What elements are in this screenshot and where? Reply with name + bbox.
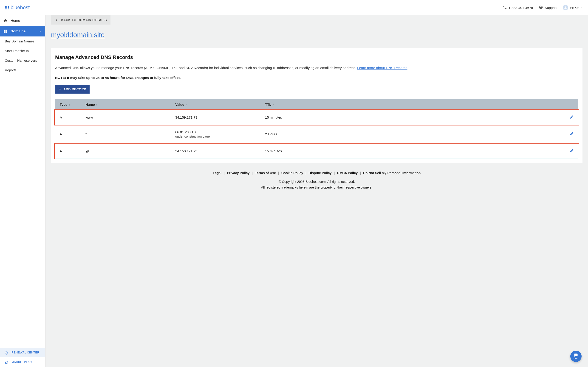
phone-link[interactable]: 1-888-401-4678 [503,5,533,10]
cell-value: 66.81.203.198under construction page [175,130,265,138]
chat-icon [574,353,578,357]
main-content: BACK TO DOMAIN DETAILS myolddomain.site … [45,15,588,367]
separator: | [278,171,279,175]
cell-name: * [86,132,175,136]
marketplace-label: MARKETPLACE [11,361,34,364]
table-row: A @ 34.159.171.73 15 minutes [55,144,578,159]
col-value[interactable]: Value↑ [175,102,265,106]
cell-ttl: 2 Hours [265,132,298,136]
chevron-left-icon [55,18,58,22]
add-record-button[interactable]: ADD RECORD [55,85,90,94]
phone-number: 1-888-401-4678 [509,6,533,10]
footer-link[interactable]: Privacy Policy [227,171,250,175]
dns-table: Type↑ Name↑ Value↑ TTL↑ A www 34.159.171… [55,99,578,159]
separator: | [252,171,253,175]
separator: | [334,171,335,175]
edit-button[interactable] [570,132,574,136]
sidebar-item-domains[interactable]: Domains [0,26,45,36]
learn-more-link[interactable]: Learn more about DNS Records [357,66,407,70]
panel-note: NOTE: It may take up to 24 to 48 hours f… [55,76,578,80]
sidebar-sub-buy[interactable]: Buy Domain Names [0,36,45,46]
divider [0,75,45,75]
separator: | [360,171,361,175]
footer-link[interactable]: DMCA Policy [337,171,358,175]
brand-name: bluehost [10,5,30,10]
edit-button[interactable] [570,149,574,153]
footer-link[interactable]: Do Not Sell My Personal Information [363,171,421,175]
cell-name: www [86,115,175,119]
user-menu[interactable]: EKKE [563,5,583,10]
panel-title: Manage Advanced DNS Records [55,54,578,60]
user-name: EKKE [570,6,579,10]
back-label: BACK TO DOMAIN DETAILS [61,18,107,22]
cell-type: A [60,132,86,136]
sidebar-marketplace[interactable]: MARKETPLACE [0,357,45,367]
footer: Legal|Privacy Policy|Terms of Use|Cookie… [51,163,582,190]
domain-title[interactable]: myolddomain.site [51,31,582,39]
separator: | [305,171,306,175]
header: bluehost 1-888-401-4678 Support EKKE [0,0,588,15]
sort-icon: ↑ [185,103,187,106]
phone-icon [503,5,507,10]
cell-name: @ [86,149,175,153]
support-link[interactable]: Support [539,5,557,10]
sidebar-sub-transfer[interactable]: Start Transfer In [0,46,45,56]
footer-link[interactable]: Cookie Policy [281,171,303,175]
copyright-2: All registered trademarks herein are the… [51,185,582,190]
cell-subtext: under construction page [175,135,265,138]
panel-description: Advanced DNS allows you to manage your D… [55,65,578,71]
help-icon [539,5,543,10]
brand-logo[interactable]: bluehost [5,5,30,10]
sidebar: Home Domains Buy Domain Names Start Tran… [0,15,45,367]
sort-icon: ↑ [96,103,98,106]
col-type[interactable]: Type↑ [60,102,86,106]
table-body: A www 34.159.171.73 15 minutes A * 66.81… [55,110,578,159]
cell-type: A [60,149,86,153]
cell-type: A [60,115,86,119]
support-label: Support [545,6,557,10]
chat-button[interactable]: CHAT [570,351,582,362]
dns-panel: Manage Advanced DNS Records Advanced DNS… [51,48,582,163]
caret-down-icon [581,6,583,10]
sort-icon: ↑ [69,103,70,106]
footer-link[interactable]: Legal [213,171,222,175]
avatar-icon [563,5,568,10]
chat-label: CHAT [573,357,579,360]
col-name[interactable]: Name↑ [86,102,175,106]
footer-links: Legal|Privacy Policy|Terms of Use|Cookie… [51,171,582,175]
cell-ttl: 15 minutes [265,115,298,119]
grid-icon [5,6,9,9]
cell-value: 34.159.171.73 [175,115,265,119]
footer-link[interactable]: Dispute Policy [309,171,332,175]
chevron-up-icon [39,30,42,33]
separator: | [224,171,225,175]
add-record-label: ADD RECORD [63,87,86,91]
sidebar-renewal[interactable]: RENEWAL CENTER [0,348,45,357]
table-header: Type↑ Name↑ Value↑ TTL↑ [55,99,578,110]
header-right: 1-888-401-4678 Support EKKE [503,5,583,10]
home-label: Home [10,19,20,23]
renewal-label: RENEWAL CENTER [11,351,39,354]
sidebar-sub-nameservers[interactable]: Custom Nameservers [0,56,45,65]
sort-icon: ↑ [273,103,274,106]
sidebar-item-home[interactable]: Home [0,15,45,26]
table-row: A www 34.159.171.73 15 minutes [55,110,578,125]
cell-value: 34.159.171.73 [175,149,265,153]
copyright-1: © Copyright 2023 Bluehost.com. All right… [51,179,582,185]
table-row: A * 66.81.203.198under construction page… [55,125,578,144]
footer-link[interactable]: Terms of Use [255,171,276,175]
edit-button[interactable] [570,115,574,119]
back-button[interactable]: BACK TO DOMAIN DETAILS [51,15,111,25]
plus-icon [58,88,61,91]
sidebar-sub-reports[interactable]: Reports [0,65,45,75]
cell-ttl: 15 minutes [265,149,298,153]
domains-label: Domains [10,29,26,33]
col-ttl[interactable]: TTL↑ [265,102,298,106]
desc-text: Advanced DNS allows you to manage your D… [55,66,357,70]
